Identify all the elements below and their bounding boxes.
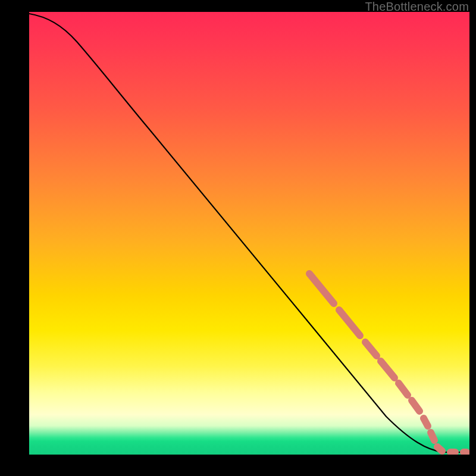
dash-seg bbox=[365, 342, 377, 356]
plot-area bbox=[29, 12, 469, 455]
dash-seg bbox=[437, 447, 442, 451]
watermark-text: TheBottleneck.com bbox=[365, 0, 469, 14]
dash-seg bbox=[424, 418, 428, 426]
dash-seg bbox=[431, 433, 434, 440]
dash-seg bbox=[381, 361, 394, 378]
dash-seg bbox=[309, 274, 334, 303]
dash-seg bbox=[339, 310, 360, 336]
main-curve bbox=[29, 14, 469, 452]
chart-overlay bbox=[29, 12, 469, 455]
chart-stage: TheBottleneck.com bbox=[0, 0, 476, 476]
dash-markers bbox=[309, 274, 466, 452]
dash-seg bbox=[399, 383, 408, 395]
dash-seg bbox=[412, 400, 419, 411]
